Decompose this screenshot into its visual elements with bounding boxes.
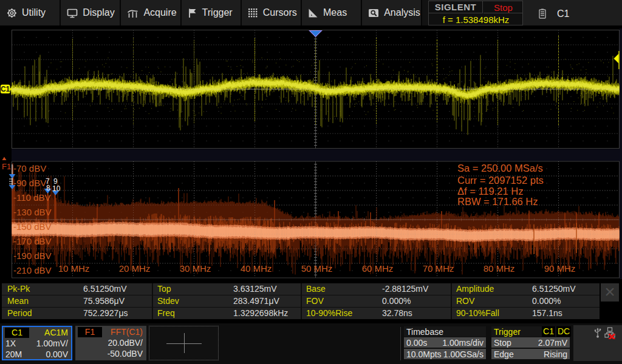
svg-text:10: 10 xyxy=(52,184,61,193)
svg-text:8: 8 xyxy=(46,184,50,192)
svg-text:-130 dBV: -130 dBV xyxy=(13,207,52,217)
svg-text:20 MHz: 20 MHz xyxy=(119,263,151,274)
svg-text:-70 dBV: -70 dBV xyxy=(13,163,46,174)
svg-text:-190 dBV: -190 dBV xyxy=(13,251,52,261)
svg-text:30 MHz: 30 MHz xyxy=(180,263,211,274)
svg-text:-90 dBV: -90 dBV xyxy=(13,178,46,188)
svg-text:C1: C1 xyxy=(1,85,10,93)
svg-text:10 MHz: 10 MHz xyxy=(58,263,90,274)
svg-text:-150 dBV: -150 dBV xyxy=(13,221,52,232)
svg-text:70 MHz: 70 MHz xyxy=(423,263,454,274)
svg-text:RBW = 171.66 Hz: RBW = 171.66 Hz xyxy=(457,196,538,207)
svg-text:Δf = 119.21 Hz: Δf = 119.21 Hz xyxy=(457,186,523,197)
svg-text:Sa = 250.00 MSa/s: Sa = 250.00 MSa/s xyxy=(457,163,543,174)
svg-text:Curr = 2097152 pts: Curr = 2097152 pts xyxy=(457,175,544,186)
svg-text:60 MHz: 60 MHz xyxy=(362,263,394,274)
svg-text:-210 dBV: -210 dBV xyxy=(13,265,52,275)
svg-text:80 MHz: 80 MHz xyxy=(484,263,515,274)
svg-text:90 MHz: 90 MHz xyxy=(544,263,576,274)
svg-text:F1: F1 xyxy=(2,162,11,171)
svg-text:50 MHz: 50 MHz xyxy=(301,263,333,274)
svg-text:-170 dBV: -170 dBV xyxy=(13,236,52,246)
svg-text:40 MHz: 40 MHz xyxy=(241,263,272,274)
svg-text:-110 dBV: -110 dBV xyxy=(13,192,50,203)
